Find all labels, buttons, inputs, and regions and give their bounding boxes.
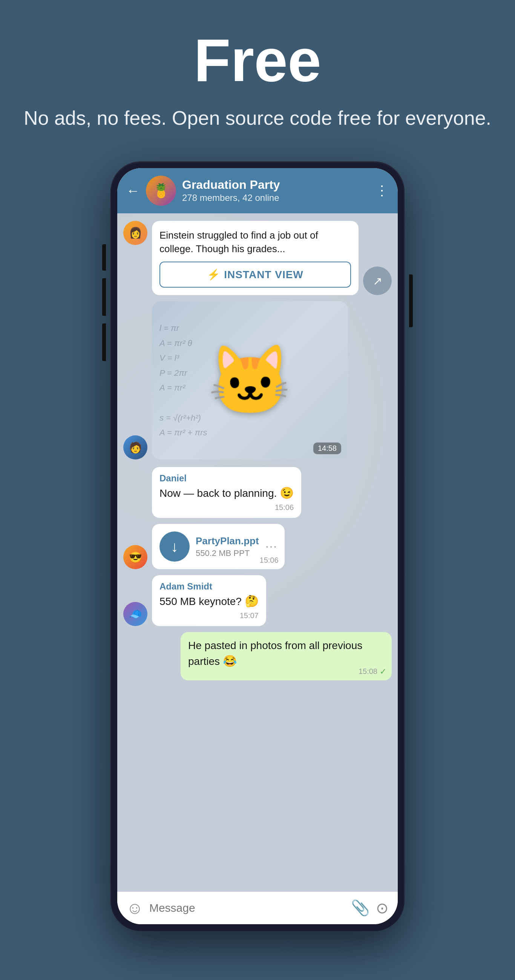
self-text-bubble: He pasted in photos from all previous pa… bbox=[180, 632, 392, 680]
chat-info: Graduation Party 278 members, 42 online bbox=[182, 178, 369, 203]
message-time: 15:06 bbox=[159, 503, 294, 512]
message-time: 15:08 bbox=[359, 667, 377, 676]
file-bubble: ↓ PartyPlan.ppt 550.2 MB PPT ⋯ 15:06 bbox=[152, 524, 285, 569]
attach-button[interactable]: 📎 bbox=[351, 899, 370, 917]
camera-button[interactable]: ⊙ bbox=[376, 899, 389, 917]
page-header: Free No ads, no fees. Open source code f… bbox=[0, 0, 515, 154]
emoji-laughing: 😂 bbox=[223, 655, 237, 667]
chat-members: 278 members, 42 online bbox=[182, 192, 369, 203]
emoji-wink: 😉 bbox=[280, 487, 294, 499]
phone-device: ← 🍍 Graduation Party 278 members, 42 onl… bbox=[110, 161, 405, 931]
instant-view-label: INSTANT VIEW bbox=[224, 269, 303, 281]
page-title: Free bbox=[15, 30, 500, 91]
emoji-thinking: 🤔 bbox=[245, 595, 258, 607]
message-input[interactable] bbox=[149, 902, 345, 915]
read-checkmark: ✓ bbox=[379, 667, 386, 676]
silent-button bbox=[102, 323, 106, 361]
emoji-button[interactable]: ☺ bbox=[126, 899, 143, 918]
message-row: 🧢 Adam Smidt 550 MB keynote? 🤔 15:07 bbox=[123, 575, 392, 626]
file-more-button[interactable]: ⋯ bbox=[265, 539, 277, 554]
message-row: 👩 Einstein struggled to find a job out o… bbox=[123, 221, 392, 296]
article-preview-text: Einstein struggled to find a job out of … bbox=[159, 228, 351, 256]
text-bubble: Daniel Now — back to planning. 😉 15:06 bbox=[152, 467, 301, 518]
message-time: 15:07 bbox=[159, 611, 258, 620]
message-row: 😎 ↓ PartyPlan.ppt 550.2 MB PPT ⋯ 15:06 bbox=[123, 524, 392, 569]
back-button[interactable]: ← bbox=[126, 183, 140, 199]
volume-up-button bbox=[102, 244, 106, 270]
more-options-button[interactable]: ⋮ bbox=[375, 183, 389, 199]
article-bubble: Einstein struggled to find a job out of … bbox=[152, 221, 359, 296]
message-row: Daniel Now — back to planning. 😉 15:06 bbox=[123, 467, 392, 518]
volume-down-button bbox=[102, 278, 106, 316]
avatar-spacer bbox=[123, 494, 147, 518]
file-time: 15:06 bbox=[260, 556, 279, 565]
message-input-bar: ☺ 📎 ⊙ bbox=[117, 892, 398, 924]
message-text: He pasted in photos from all previous pa… bbox=[188, 638, 384, 669]
sticker-time: 14:58 bbox=[313, 442, 341, 454]
text-bubble: Adam Smidt 550 MB keynote? 🤔 15:07 bbox=[152, 575, 266, 626]
phone-screen: ← 🍍 Graduation Party 278 members, 42 onl… bbox=[117, 168, 398, 924]
avatar: 🧑 bbox=[123, 435, 147, 460]
message-text: Now — back to planning. 😉 bbox=[159, 485, 294, 501]
download-icon: ↓ bbox=[171, 538, 178, 555]
sticker-row: 🧑 l = πr A = πr² θ V = l³ P = 2πr A = πr… bbox=[123, 301, 392, 460]
avatar: 🧢 bbox=[123, 602, 147, 626]
message-meta: 15:08 ✓ bbox=[359, 667, 386, 676]
avatar: 👩 bbox=[123, 221, 147, 245]
file-name: PartyPlan.ppt bbox=[196, 535, 259, 547]
chat-name: Graduation Party bbox=[182, 178, 369, 192]
phone-wrapper: ← 🍍 Graduation Party 278 members, 42 onl… bbox=[0, 154, 515, 931]
share-button[interactable]: ↗ bbox=[363, 266, 392, 295]
chat-header: ← 🍍 Graduation Party 278 members, 42 onl… bbox=[117, 168, 398, 213]
message-text: 550 MB keynote? 🤔 bbox=[159, 593, 258, 609]
power-button bbox=[409, 274, 413, 327]
chat-body: 👩 Einstein struggled to find a job out o… bbox=[117, 213, 398, 892]
download-button[interactable]: ↓ bbox=[159, 531, 190, 562]
lightning-icon: ⚡ bbox=[207, 268, 220, 281]
chat-avatar: 🍍 bbox=[146, 176, 176, 206]
chat-avatar-emoji: 🍍 bbox=[153, 183, 170, 199]
sticker-message: l = πr A = πr² θ V = l³ P = 2πr A = πr² … bbox=[152, 301, 348, 460]
file-info: PartyPlan.ppt 550.2 MB PPT bbox=[196, 535, 259, 558]
page-subtitle: No ads, no fees. Open source code free f… bbox=[15, 105, 500, 131]
message-row-self: He pasted in photos from all previous pa… bbox=[123, 632, 392, 680]
instant-view-button[interactable]: ⚡ INSTANT VIEW bbox=[159, 262, 351, 288]
avatar: 😎 bbox=[123, 545, 147, 569]
cat-sticker: 🐱 bbox=[208, 347, 293, 414]
message-sender: Adam Smidt bbox=[159, 581, 258, 592]
message-sender: Daniel bbox=[159, 473, 294, 484]
share-icon: ↗ bbox=[373, 274, 382, 288]
file-size: 550.2 MB PPT bbox=[196, 549, 259, 558]
